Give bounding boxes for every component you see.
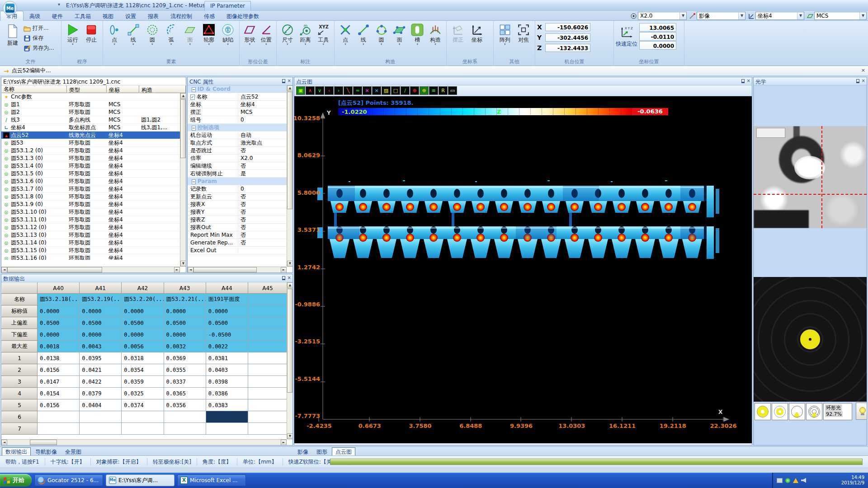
row-header[interactable]: 2 [2,364,38,376]
tree-row[interactable]: 圆53.1.16 (0) 环形取圆 坐标4 [1,254,186,260]
cell[interactable] [38,423,80,435]
cell[interactable]: 0.0000 [164,305,206,317]
toolbar-button[interactable]: × [372,86,381,95]
property-row[interactable]: ✓名称 点云52 [188,93,287,101]
tree-row[interactable]: 圆53.1.13 (0) 环形取圆 坐标4 [1,231,186,239]
cell[interactable]: 0.0421 [80,364,122,376]
cell[interactable] [248,388,287,399]
col-header[interactable]: A42 [122,283,164,294]
camera-view[interactable] [754,126,867,228]
cell[interactable]: 0.0404 [80,399,122,411]
cell[interactable]: 0.0500 [122,317,164,329]
feature-plane-button[interactable]: 面▾ [180,22,199,46]
quick-position-button[interactable]: XYZ 快速定位 [616,24,637,48]
cell[interactable]: 0.0154 [38,388,80,399]
pin-icon[interactable] [741,79,745,83]
new-button[interactable]: 新建 [2,22,24,46]
pin-icon[interactable] [282,276,285,280]
property-row[interactable]: 组号 0 [188,116,287,124]
tree-row[interactable]: 圆53.1.9 (0) 环形取圆 坐标4 [1,201,186,208]
row-header[interactable]: 标称值 [2,305,38,317]
col-header[interactable]: A40 [38,283,80,294]
construct-line-button[interactable]: 线▾ [354,22,373,46]
property-row[interactable]: 更新点云 否 [188,193,287,201]
cell[interactable]: 0.0325 [122,388,164,399]
feature-line-button[interactable]: 线▾ [124,22,143,46]
ribbon-tab[interactable]: 流程控制 [165,11,198,22]
tree-row[interactable]: 圆53.1.14 (0) 环形取圆 坐标4 [1,239,186,247]
close-icon[interactable]: × [861,67,865,73]
property-row[interactable]: 编辑继续 否 [188,162,287,170]
taskbar-app-excel[interactable]: XMicrosoft Excel ... [177,474,246,486]
cell[interactable]: 圆53.2.19(... [80,294,122,305]
cell[interactable]: 0.0000 [122,305,164,317]
tree-row[interactable]: 坐标4 取坐标原点 MCS 线3,圆1,... [1,124,186,131]
clock[interactable]: 14:49 2019/12/9 [841,475,868,486]
row-header[interactable]: 下偏差 [2,329,38,341]
cell[interactable] [248,317,287,329]
cell[interactable]: 0.0022 [206,341,248,352]
alignment-combo[interactable]: MCS▼ [807,12,867,20]
cell[interactable]: 0.0354 [122,364,164,376]
tree-row[interactable]: 圆53.1.4 (0) 环形取圆 坐标4 [1,162,186,170]
cell[interactable]: 0.0056 [122,341,164,352]
alert-tray-icon[interactable] [793,478,798,483]
save-button[interactable]: 保存 [24,34,54,42]
cell[interactable]: 0.0000 [206,305,248,317]
property-row[interactable]: 记录数 0 [188,185,287,193]
cell[interactable] [248,364,287,376]
cell[interactable]: 面191平面度 [206,294,248,305]
cell[interactable]: 0.0356 [164,399,206,411]
row-header[interactable]: 7 [2,423,38,435]
distance-button[interactable]: m 距离▾ [297,22,315,46]
col-name[interactable]: 名称 [1,85,67,93]
cell[interactable] [248,399,287,411]
feature-circle-button[interactable]: 圆▾ [143,22,162,46]
toolbar-button[interactable]: / [401,86,410,95]
cell[interactable] [248,341,287,352]
chevron-down-icon[interactable]: ▼ [859,12,866,19]
property-row[interactable]: 倍率 X2.0 [188,155,287,162]
cell[interactable]: 圆53.2.20(... [122,294,164,305]
collapse-icon[interactable]: − [192,87,196,92]
property-row[interactable]: 报表Y 否 [188,208,287,216]
stop-button[interactable]: 停止 [82,22,101,43]
cell[interactable]: 0.0395 [80,352,122,364]
dataout-horizontal-scrollbar[interactable]: ◄► [1,439,287,445]
tree-row[interactable]: Cnc参数 [1,93,186,101]
collapse-icon[interactable]: − [192,126,196,131]
col-construct[interactable]: 构造 [139,85,186,93]
construct-plane-button[interactable]: 面▾ [390,22,408,46]
tree-row[interactable]: 圆53.1.7 (0) 环形取圆 坐标4 [1,185,186,193]
property-row[interactable]: Excel Out [188,247,287,254]
open-button[interactable]: 打开... [24,24,54,33]
taskbar-app-gocator[interactable]: Gocator 2512 - 6... [34,474,103,486]
row-header[interactable]: 名称 [2,294,38,305]
row-header[interactable]: 上偏差 [2,317,38,329]
status-tray-icon[interactable] [785,478,790,483]
tree-row[interactable]: 线3 多点构线 MCS 圆1,圆2 [1,116,186,124]
pin-icon[interactable] [856,79,859,83]
cell[interactable]: 0.0386 [206,388,248,399]
pin-icon[interactable] [282,79,285,83]
toolbar-button[interactable]: × [363,86,372,95]
toolbar-button[interactable]: ‹ [325,86,334,95]
toolbar-button[interactable]: ∧ [306,86,315,95]
cell[interactable]: 0.0359 [122,376,164,388]
tab-ip-parameter[interactable]: IP Parameter [204,1,251,11]
cnc-horizontal-scrollbar[interactable]: ◄► [188,267,287,272]
quick-access-dropdown-icon[interactable]: ▾ [58,2,60,7]
feature-profile-button[interactable]: 轮廓▾ [199,22,218,46]
cell[interactable] [248,305,287,317]
property-row[interactable]: −ID & Coord [188,85,287,93]
cell[interactable]: 0.0138 [38,352,80,364]
cell[interactable] [80,423,122,435]
row-header[interactable]: 3 [2,376,38,388]
cell[interactable] [164,423,206,435]
toolbar-button[interactable]: ⊕ [420,86,429,95]
cell[interactable]: 0.0318 [122,352,164,364]
save-as-button[interactable]: 另存为... [24,44,54,52]
property-row[interactable]: 报表Out 否 [188,224,287,231]
property-row[interactable]: 摆正 MCS [188,108,287,116]
cell[interactable]: 0.0403 [206,364,248,376]
